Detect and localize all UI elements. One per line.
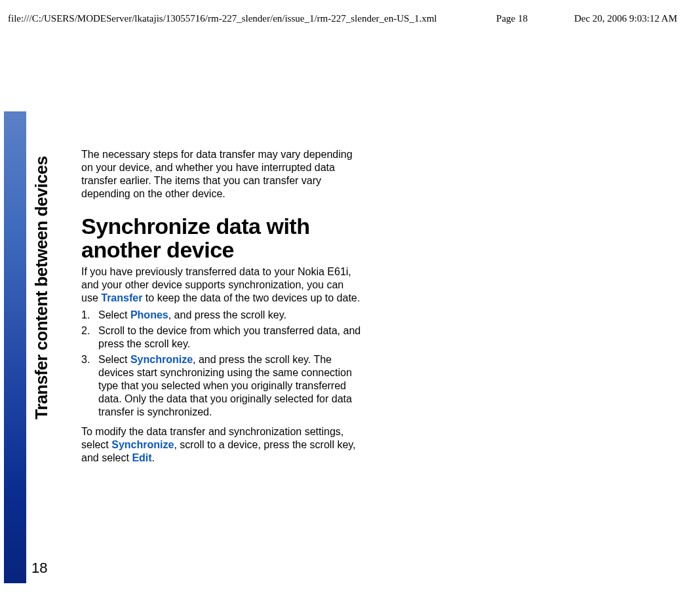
lead-b: to keep the data of the two devices up t… [142,292,360,303]
header-datetime: Dec 20, 2006 9:03:12 AM [574,13,677,24]
side-title: Transfer content between devices [31,111,50,419]
intro-paragraph: The necessary steps for data transfer ma… [81,148,363,201]
margin-gradient [4,111,26,583]
ui-term-synchronize2: Synchronize [111,439,174,450]
header-page: Page 18 [496,13,528,24]
ui-term-phones: Phones [130,309,168,320]
page-number: 18 [31,560,47,577]
side-title-text: Transfer content between devices [31,111,52,419]
section-heading: Synchronize data with another device [81,215,363,261]
steps-list: Select Phones, and press the scroll key.… [81,309,363,419]
outro-paragraph: To modify the data transfer and synchron… [81,425,363,465]
list-item: Select Synchronize, and press the scroll… [81,353,363,419]
ui-term-synchronize: Synchronize [130,354,193,365]
step3-a: Select [98,354,130,365]
page: file:///C:/USERS/MODEServer/lkatajis/130… [0,0,685,616]
document-sheet: Transfer content between devices 18 The … [4,111,368,583]
step1-a: Select [98,309,130,320]
ui-term-transfer: Transfer [101,292,142,303]
content-column: The necessary steps for data transfer ma… [81,148,363,465]
header-file-path: file:///C:/USERS/MODEServer/lkatajis/130… [8,13,437,24]
step2: Scroll to the device from which you tran… [98,325,361,349]
ui-term-edit: Edit [132,452,151,463]
list-item: Select Phones, and press the scroll key. [81,309,363,322]
list-item: Scroll to the device from which you tran… [81,324,363,351]
outro-c: . [152,452,155,463]
lead-paragraph: If you have previously transferred data … [81,265,363,305]
step1-b: , and press the scroll key. [168,309,286,320]
